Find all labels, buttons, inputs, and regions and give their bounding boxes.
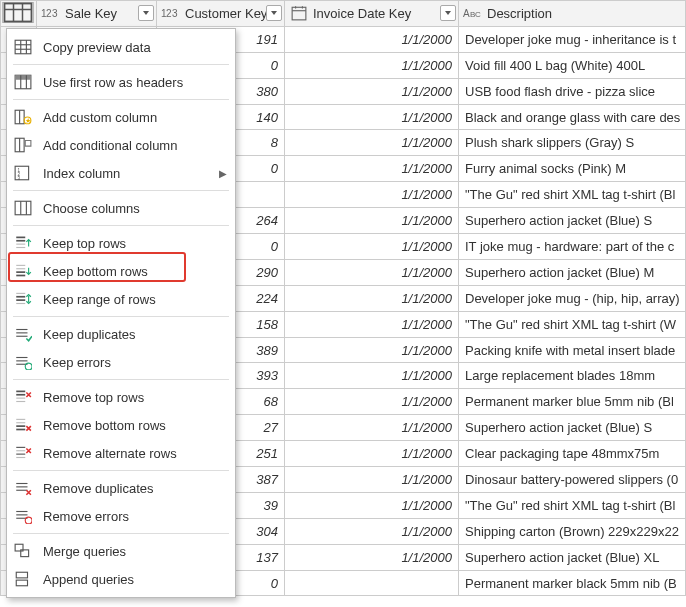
menu-label: Keep bottom rows — [43, 264, 227, 279]
cell-description[interactable]: "The Gu" red shirt XML tag t-shirt (Bl — [459, 182, 686, 208]
menu-label: Merge queries — [43, 544, 227, 559]
col-customer-key[interactable]: 123 Customer Key — [157, 1, 285, 27]
filter-dropdown[interactable] — [266, 5, 282, 21]
cell-description[interactable]: Black and orange glass with care des — [459, 104, 686, 130]
cell-invoice-date[interactable]: 1/1/2000 — [285, 467, 459, 493]
menu-add-custom-column[interactable]: ★ Add custom column — [7, 103, 235, 131]
svg-text:3: 3 — [172, 8, 178, 19]
cell-description[interactable]: "The Gu" red shirt XML tag t-shirt (W — [459, 311, 686, 337]
cell-description[interactable]: Plush shark slippers (Gray) S — [459, 130, 686, 156]
col-description[interactable]: ABC Description — [459, 1, 686, 27]
menu-remove-errors[interactable]: Remove errors — [7, 502, 235, 530]
menu-label: Append queries — [43, 572, 227, 587]
cell-invoice-date[interactable]: 1/1/2000 — [285, 130, 459, 156]
cell-description[interactable]: Superhero action jacket (Blue) M — [459, 259, 686, 285]
menu-add-conditional-column[interactable]: Add conditional column — [7, 131, 235, 159]
menu-remove-top-rows[interactable]: Remove top rows — [7, 383, 235, 411]
menu-choose-columns[interactable]: Choose columns — [7, 194, 235, 222]
cell-invoice-date[interactable]: 1/1/2000 — [285, 208, 459, 234]
menu-remove-duplicates[interactable]: Remove duplicates — [7, 474, 235, 502]
number-type-icon: 123 — [161, 5, 181, 21]
merge-icon — [13, 542, 33, 560]
chevron-right-icon: ▶ — [219, 168, 227, 179]
cell-invoice-date[interactable]: 1/1/2000 — [285, 52, 459, 78]
cell-description[interactable]: IT joke mug - hardware: part of the c — [459, 234, 686, 260]
cell-description[interactable]: Large replacement blades 18mm — [459, 363, 686, 389]
cell-description[interactable]: Developer joke mug - inheritance is t — [459, 26, 686, 52]
cell-description[interactable]: Permanent marker blue 5mm nib (Bl — [459, 389, 686, 415]
svg-point-57 — [25, 363, 32, 370]
col-invoice-date[interactable]: Invoice Date Key — [285, 1, 459, 27]
menu-keep-errors[interactable]: Keep errors — [7, 348, 235, 376]
cell-description[interactable]: Clear packaging tape 48mmx75m — [459, 441, 686, 467]
svg-rect-0 — [5, 4, 32, 22]
svg-text:3: 3 — [52, 8, 58, 19]
keep-top-icon — [13, 234, 33, 252]
cell-description[interactable]: USB food flash drive - pizza slice — [459, 78, 686, 104]
cell-invoice-date[interactable]: 1/1/2000 — [285, 285, 459, 311]
cell-description[interactable]: Superhero action jacket (Blue) S — [459, 208, 686, 234]
cell-description[interactable]: Dinosaur battery-powered slippers (0 — [459, 467, 686, 493]
cell-invoice-date[interactable]: 1/1/2000 — [285, 415, 459, 441]
menu-label: Keep range of rows — [43, 292, 227, 307]
headers-icon — [13, 73, 33, 91]
menu-label: Copy preview data — [43, 40, 227, 55]
menu-separator — [13, 470, 229, 471]
filter-dropdown[interactable] — [440, 5, 456, 21]
cell-invoice-date[interactable]: 1/1/2000 — [285, 337, 459, 363]
remove-alternate-icon — [13, 444, 33, 462]
cell-description[interactable]: Developer joke mug - (hip, hip, array) — [459, 285, 686, 311]
cell-invoice-date[interactable]: 1/1/2000 — [285, 492, 459, 518]
menu-keep-top-rows[interactable]: Keep top rows — [7, 229, 235, 257]
cell-invoice-date[interactable]: 1/1/2000 — [285, 182, 459, 208]
cell-invoice-date[interactable]: 1/1/2000 — [285, 518, 459, 544]
menu-keep-duplicates[interactable]: Keep duplicates — [7, 320, 235, 348]
menu-label: Remove duplicates — [43, 481, 227, 496]
menu-label: Add custom column — [43, 110, 227, 125]
cell-description[interactable]: Furry animal socks (Pink) M — [459, 156, 686, 182]
menu-copy-preview-data[interactable]: Copy preview data — [7, 33, 235, 61]
cell-invoice-date[interactable]: 1/1/2000 — [285, 363, 459, 389]
cell-description[interactable]: "The Gu" red shirt XML tag t-shirt (Bl — [459, 492, 686, 518]
cell-description[interactable]: Superhero action jacket (Blue) S — [459, 415, 686, 441]
cell-invoice-date[interactable]: 1/1/2000 — [285, 26, 459, 52]
cell-invoice-date[interactable]: 1/1/2000 — [285, 441, 459, 467]
cell-invoice-date[interactable]: 1/1/2000 — [285, 544, 459, 570]
remove-bottom-icon — [13, 416, 33, 434]
add-column-icon: ★ — [13, 108, 33, 126]
menu-merge-queries[interactable]: Merge queries — [7, 537, 235, 565]
cell-description[interactable]: Superhero action jacket (Blue) XL — [459, 544, 686, 570]
table-context-menu: Copy preview data Use first row as heade… — [6, 28, 236, 598]
cell-invoice-date[interactable]: 1/1/2000 — [285, 234, 459, 260]
menu-separator — [13, 533, 229, 534]
cell-invoice-date[interactable]: 1/1/2000 — [285, 259, 459, 285]
menu-label: Keep top rows — [43, 236, 227, 251]
cell-invoice-date[interactable] — [285, 570, 459, 596]
menu-remove-bottom-rows[interactable]: Remove bottom rows — [7, 411, 235, 439]
svg-text:A: A — [463, 8, 470, 19]
table-menu-button[interactable] — [2, 2, 34, 23]
cell-invoice-date[interactable]: 1/1/2000 — [285, 311, 459, 337]
filter-dropdown[interactable] — [138, 5, 154, 21]
cell-invoice-date[interactable]: 1/1/2000 — [285, 78, 459, 104]
cell-invoice-date[interactable]: 1/1/2000 — [285, 156, 459, 182]
menu-append-queries[interactable]: Append queries — [7, 565, 235, 593]
remove-top-icon — [13, 388, 33, 406]
cell-invoice-date[interactable]: 1/1/2000 — [285, 389, 459, 415]
menu-remove-alternate-rows[interactable]: Remove alternate rows — [7, 439, 235, 467]
menu-keep-range-rows[interactable]: Keep range of rows — [7, 285, 235, 313]
choose-columns-icon — [13, 199, 33, 217]
menu-label: Use first row as headers — [43, 75, 227, 90]
menu-separator — [13, 316, 229, 317]
menu-use-first-row-headers[interactable]: Use first row as headers — [7, 68, 235, 96]
cell-description[interactable]: Permanent marker black 5mm nib (B — [459, 570, 686, 596]
number-type-icon: 123 — [41, 5, 61, 21]
cell-invoice-date[interactable]: 1/1/2000 — [285, 104, 459, 130]
menu-label: Keep errors — [43, 355, 227, 370]
cell-description[interactable]: Shipping carton (Brown) 229x229x22 — [459, 518, 686, 544]
menu-index-column[interactable]: 123 Index column ▶ — [7, 159, 235, 187]
cell-description[interactable]: Packing knife with metal insert blade — [459, 337, 686, 363]
col-sale-key[interactable]: 123 Sale Key — [37, 1, 157, 27]
menu-keep-bottom-rows[interactable]: Keep bottom rows — [7, 257, 235, 285]
cell-description[interactable]: Void fill 400 L bag (White) 400L — [459, 52, 686, 78]
